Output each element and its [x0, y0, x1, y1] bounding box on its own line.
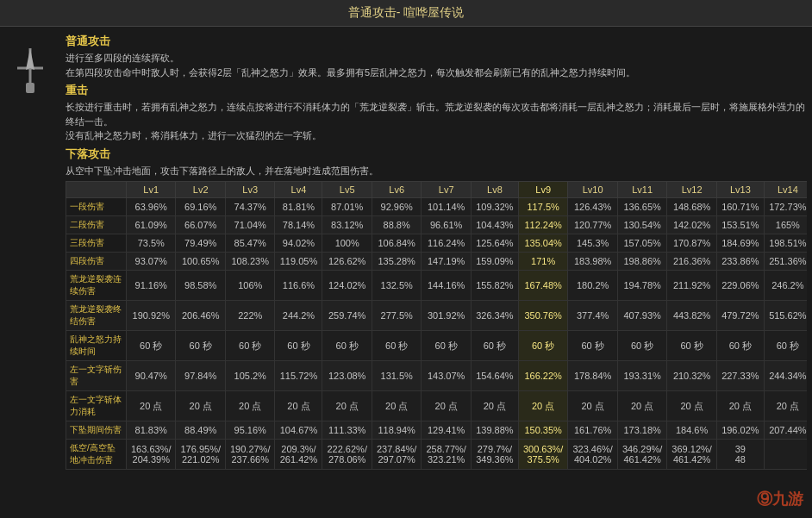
cell-3-6: 147.19%	[422, 253, 471, 271]
cell-0-4: 87.01%	[322, 198, 372, 216]
col-header-7: Lv7	[422, 182, 471, 198]
cell-9-11: 184.6%	[667, 421, 716, 440]
sword-icon	[9, 44, 52, 87]
cell-7-9: 178.84%	[568, 361, 617, 391]
table-row: 乱神之怒力持续时间60 秒60 秒60 秒60 秒60 秒60 秒60 秒60 …	[66, 331, 808, 361]
cell-5-1: 206.46%	[176, 301, 225, 331]
section-desc-heavy-attack: 长按进行重击时，若拥有乱神之怒力，连续点按将进行不消耗体力的「荒龙逆裂袭」斩击。…	[66, 100, 807, 143]
content-area: 普通攻击进行至多四段的连续挥砍。 在第四段攻击命中时敌人时，会获得2层「乱神之怒…	[60, 27, 812, 517]
cell-1-6: 96.61%	[422, 216, 471, 234]
cell-9-13: 207.44%	[764, 421, 807, 440]
cell-7-12: 227.33%	[716, 361, 764, 391]
cell-6-3: 60 秒	[275, 331, 322, 361]
cell-10-3: 209.3%/ 261.42%	[275, 440, 322, 470]
cell-1-12: 153.51%	[716, 216, 764, 234]
cell-8-5: 20 点	[372, 391, 421, 421]
cell-0-13: 172.73%	[764, 198, 807, 216]
section-title-heavy-attack: 重击	[66, 83, 807, 98]
cell-4-0: 91.16%	[127, 271, 176, 301]
cell-10-12: 39 48	[716, 440, 764, 470]
cell-7-3: 115.72%	[275, 361, 322, 391]
cell-2-7: 125.64%	[471, 234, 518, 253]
cell-1-13: 165%	[764, 216, 807, 234]
col-header-5: Lv5	[322, 182, 372, 198]
cell-8-3: 20 点	[275, 391, 322, 421]
cell-5-4: 259.74%	[322, 301, 372, 331]
title-bar: 普通攻击- 喧哗屋传说	[0, 0, 812, 27]
cell-3-12: 233.86%	[716, 253, 764, 271]
cell-7-2: 105.2%	[225, 361, 274, 391]
table-container[interactable]: Lv1Lv2Lv3Lv4Lv5Lv6Lv7Lv8Lv9Lv10Lv11Lv12L…	[66, 181, 807, 470]
cell-9-5: 118.94%	[372, 421, 421, 440]
cell-9-3: 104.67%	[275, 421, 322, 440]
col-header-9: Lv9	[518, 182, 567, 198]
cell-2-3: 94.02%	[275, 234, 322, 253]
col-header-3: Lv3	[225, 182, 274, 198]
table-row: 一段伤害63.96%69.16%74.37%81.81%87.01%92.96%…	[66, 198, 808, 216]
cell-2-10: 157.05%	[617, 234, 666, 253]
cell-8-1: 20 点	[176, 391, 225, 421]
cell-3-1: 100.65%	[176, 253, 225, 271]
cell-6-6: 60 秒	[422, 331, 471, 361]
cell-8-6: 20 点	[422, 391, 471, 421]
cell-5-13: 515.62%	[764, 301, 807, 331]
stats-table: Lv1Lv2Lv3Lv4Lv5Lv6Lv7Lv8Lv9Lv10Lv11Lv12L…	[66, 181, 807, 470]
col-header-13: Lv13	[716, 182, 764, 198]
cell-8-11: 20 点	[667, 391, 716, 421]
cell-10-4: 222.62%/ 278.06%	[322, 440, 372, 470]
cell-6-10: 60 秒	[617, 331, 666, 361]
cell-2-4: 100%	[322, 234, 372, 253]
cell-9-7: 139.88%	[471, 421, 518, 440]
cell-7-10: 193.31%	[617, 361, 666, 391]
cell-1-1: 66.07%	[176, 216, 225, 234]
svg-marker-2	[26, 48, 34, 70]
col-header-11: Lv11	[617, 182, 666, 198]
cell-1-9: 120.77%	[568, 216, 617, 234]
cell-6-2: 60 秒	[225, 331, 274, 361]
cell-4-5: 132.5%	[372, 271, 421, 301]
cell-10-8: 300.63%/ 375.5%	[518, 440, 567, 470]
cell-5-8: 350.76%	[518, 301, 567, 331]
cell-2-12: 184.69%	[716, 234, 764, 253]
cell-9-8: 150.35%	[518, 421, 567, 440]
cell-2-0: 73.5%	[127, 234, 176, 253]
cell-6-11: 60 秒	[667, 331, 716, 361]
cell-5-5: 277.5%	[372, 301, 421, 331]
cell-7-6: 143.07%	[422, 361, 471, 391]
cell-1-7: 104.43%	[471, 216, 518, 234]
left-icon-area	[0, 27, 60, 517]
cell-0-7: 109.32%	[471, 198, 518, 216]
table-row: 低空/高空坠地冲击伤害163.63%/ 204.39%176.95%/ 221.…	[66, 440, 808, 470]
cell-1-0: 61.09%	[127, 216, 176, 234]
col-header-6: Lv6	[372, 182, 421, 198]
cell-5-7: 326.34%	[471, 301, 518, 331]
cell-2-13: 198.51%	[764, 234, 807, 253]
cell-8-2: 20 点	[225, 391, 274, 421]
cell-3-2: 108.23%	[225, 253, 274, 271]
cell-7-11: 210.32%	[667, 361, 716, 391]
cell-9-1: 88.49%	[176, 421, 225, 440]
cell-2-1: 79.49%	[176, 234, 225, 253]
cell-10-9: 323.46%/ 404.02%	[568, 440, 617, 470]
cell-6-9: 60 秒	[568, 331, 617, 361]
sections-container: 普通攻击进行至多四段的连续挥砍。 在第四段攻击命中时敌人时，会获得2层「乱神之怒…	[66, 34, 807, 178]
svg-rect-3	[26, 83, 34, 93]
cell-5-2: 222%	[225, 301, 274, 331]
section-title-plunge-attack: 下落攻击	[66, 147, 807, 162]
row-label-9: 下坠期间伤害	[66, 421, 127, 440]
cell-7-1: 97.84%	[176, 361, 225, 391]
cell-6-12: 60 秒	[716, 331, 764, 361]
page-title: 普通攻击- 喧哗屋传说	[348, 5, 465, 19]
cell-9-6: 129.41%	[422, 421, 471, 440]
cell-8-12: 20 点	[716, 391, 764, 421]
cell-0-9: 126.43%	[568, 198, 617, 216]
cell-1-4: 83.12%	[322, 216, 372, 234]
cell-2-9: 145.3%	[568, 234, 617, 253]
cell-10-13	[764, 440, 807, 470]
cell-1-5: 88.8%	[372, 216, 421, 234]
row-label-4: 荒龙逆裂袭连续伤害	[66, 271, 127, 301]
table-row: 左一文字斩体力消耗20 点20 点20 点20 点20 点20 点20 点20 …	[66, 391, 808, 421]
row-label-0: 一段伤害	[66, 198, 127, 216]
cell-2-2: 85.47%	[225, 234, 274, 253]
cell-7-4: 123.08%	[322, 361, 372, 391]
